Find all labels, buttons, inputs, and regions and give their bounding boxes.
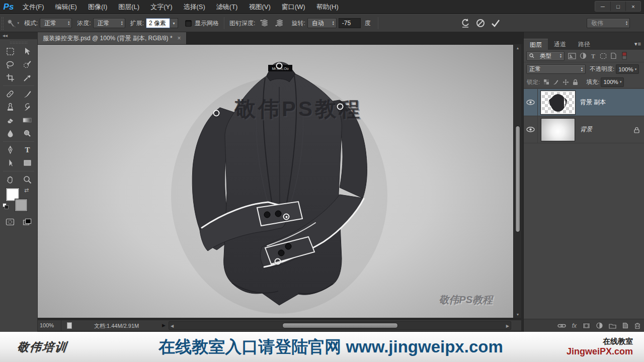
expansion-dropdown-button[interactable]: ▾ [170,18,178,28]
lock-all-icon[interactable] [573,79,578,85]
menu-edit[interactable]: 编辑(E) [50,0,83,14]
fill-value[interactable]: 100%▾ [601,77,624,87]
workspace-dropdown[interactable]: 敬伟▴▾ [587,18,630,28]
new-group-icon[interactable] [609,323,616,329]
puppet-warp-tool-icon[interactable]: ▾ [6,17,19,29]
move-tool-icon[interactable] [20,45,34,57]
new-layer-icon[interactable] [622,322,628,329]
commit-warp-icon[interactable] [489,17,502,29]
show-mesh-checkbox[interactable] [185,20,192,27]
menu-view[interactable]: 视图(V) [243,0,276,14]
puppet-pin[interactable] [337,104,344,110]
quick-selection-tool-icon[interactable] [20,58,34,70]
link-layers-icon[interactable] [557,323,566,328]
toolbox-collapse-icon[interactable]: ◂◂ [0,32,37,39]
layer-row-background[interactable]: 背景 [524,116,644,143]
menu-window[interactable]: 窗口(W) [276,0,311,14]
scroll-left-icon[interactable]: ◀ [171,324,174,328]
brush-tool-icon[interactable] [20,88,34,100]
menu-layer[interactable]: 图层(L) [113,0,145,14]
add-mask-icon[interactable] [583,323,590,329]
minimize-button[interactable]: ─ [595,2,610,11]
vertical-scroll-thumb[interactable] [515,126,520,232]
layer-row-background-copy[interactable]: 背景 副本 [524,89,644,116]
shape-tool-icon[interactable] [20,157,34,169]
menu-type[interactable]: 文字(Y) [145,0,178,14]
visibility-toggle[interactable] [524,116,538,143]
filter-shape-icon[interactable] [600,53,607,59]
pen-tool-icon[interactable] [3,144,17,156]
menu-help[interactable]: 帮助(H) [311,0,344,14]
blend-mode-dropdown[interactable]: 正常 ▴▾ [526,64,586,74]
menu-filter[interactable]: 滤镜(T) [211,0,244,14]
eraser-tool-icon[interactable] [3,114,17,126]
marquee-tool-icon[interactable] [3,45,17,57]
layer-name[interactable]: 背景 [580,125,592,134]
menu-image[interactable]: 图像(I) [83,0,113,14]
expansion-input[interactable]: 2 像素 [146,18,170,28]
scroll-down-icon[interactable]: ▾ [514,311,522,318]
lock-pixels-icon[interactable] [553,79,559,85]
crop-tool-icon[interactable] [3,71,17,83]
puppet-pin-selected[interactable] [283,214,290,220]
zoom-tool-icon[interactable] [20,173,34,186]
lock-position-icon[interactable] [562,79,569,85]
path-selection-tool-icon[interactable] [3,157,17,169]
layer-style-icon[interactable]: fx [572,322,577,329]
gradient-tool-icon[interactable] [20,114,34,126]
filter-type-layers-icon[interactable]: T [590,53,596,59]
tab-paths[interactable]: 路径 [572,39,596,50]
tab-layers[interactable]: 图层 [524,39,548,50]
filter-toggle-icon[interactable] [622,52,627,60]
delete-layer-icon[interactable] [634,322,640,329]
hand-tool-icon[interactable] [3,173,17,186]
puppet-pin[interactable] [276,63,283,69]
clone-stamp-tool-icon[interactable] [3,101,17,113]
scroll-up-icon[interactable]: ▴ [514,44,522,51]
tab-close-icon[interactable]: × [178,35,181,42]
background-color-swatch[interactable] [15,199,27,211]
lasso-tool-icon[interactable] [3,58,17,70]
layer-name[interactable]: 背景 副本 [580,98,606,107]
maximize-button[interactable]: □ [610,2,625,11]
blur-tool-icon[interactable] [3,127,17,139]
layer-thumbnail[interactable] [541,118,575,141]
screen-mode-icon[interactable] [20,216,34,228]
horizontal-scrollbar[interactable]: ◀ ▶ [169,321,511,330]
scroll-right-icon[interactable]: ▶ [506,324,509,328]
healing-brush-tool-icon[interactable] [3,88,17,100]
pin-depth-up-icon[interactable] [257,17,270,29]
remove-all-pins-icon[interactable] [459,17,472,29]
lock-transparency-icon[interactable] [543,79,549,85]
density-dropdown[interactable]: 正常▴▾ [93,18,125,28]
filter-pixel-icon[interactable] [568,53,576,59]
filter-smart-object-icon[interactable] [610,52,617,59]
zoom-level[interactable]: 100% [40,322,54,328]
opacity-value[interactable]: 100%▾ [616,64,639,74]
mode-dropdown[interactable]: 正常▴▾ [40,18,72,28]
horizontal-scroll-thumb[interactable] [282,323,398,328]
filter-type-dropdown[interactable]: 类型 ▴▾ [526,51,565,61]
cancel-warp-icon[interactable] [474,17,487,29]
quick-mask-mode-icon[interactable] [3,216,17,228]
menu-file[interactable]: 文件(F) [17,0,50,14]
vertical-scrollbar[interactable]: ▴ ▾ [513,44,521,318]
puppet-pin[interactable] [275,258,281,265]
panel-menu-icon[interactable]: ▾≡ [634,41,641,47]
toolbox-grip[interactable] [10,41,28,44]
adjustment-layer-icon[interactable] [596,322,603,329]
rotate-degrees-input[interactable]: -75 [339,18,361,28]
document-tab[interactable]: 服装操控变形.psd @ 100% (背景 副本, RGB/8) * × [38,32,187,44]
history-brush-tool-icon[interactable] [20,101,34,113]
pin-depth-down-icon[interactable] [272,17,285,29]
layer-thumbnail[interactable] [541,91,575,114]
close-button[interactable]: × [625,2,640,11]
rotate-mode-dropdown[interactable]: 自动▴▾ [307,18,337,28]
options-grip[interactable] [1,17,4,30]
visibility-toggle[interactable] [524,89,538,116]
filter-adjustment-icon[interactable] [580,52,587,59]
dodge-tool-icon[interactable] [20,127,34,139]
document-status-icon[interactable] [67,322,72,329]
tab-channels[interactable]: 通道 [548,39,572,50]
swap-colors-icon[interactable]: ⇄ [24,187,29,194]
